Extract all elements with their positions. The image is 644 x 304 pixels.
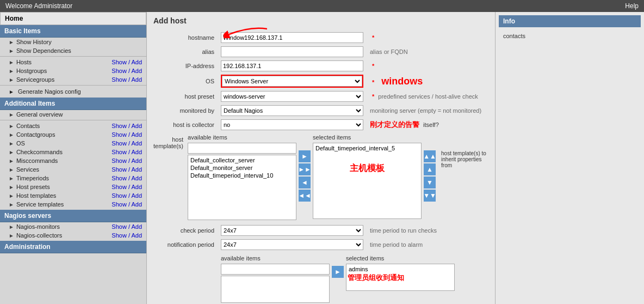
- sidebar-show-history[interactable]: ► Show History: [0, 38, 146, 46]
- services-show-add[interactable]: Show / Add: [112, 166, 142, 173]
- sidebar-basic-items-section: Basic Items ► Show History ► Show Depend…: [0, 25, 146, 96]
- period-section: check period 24x7 time period to run che…: [153, 223, 488, 252]
- sidebar-nagios-monitors[interactable]: ► Nagios-monitors Show / Add: [0, 222, 146, 231]
- checkcommands-show-add[interactable]: Show / Add: [112, 149, 142, 155]
- help-button[interactable]: Help: [625, 2, 639, 10]
- selected-items-box: selected items Default_timeperiod_interv…: [313, 134, 422, 219]
- sidebar-host-presets[interactable]: ► Host presets Show / Add: [0, 183, 146, 191]
- sidebar-contactgroups[interactable]: ► Contactgroups Show / Add: [0, 130, 146, 139]
- monitored-by-hint: monitoring server (empty = not monitored…: [366, 104, 488, 118]
- move-all-left-button[interactable]: ◄◄: [299, 190, 311, 202]
- os-show-add[interactable]: Show / Add: [112, 140, 142, 147]
- sidebar-administration-section: Administration: [0, 241, 146, 253]
- move-down-button[interactable]: ▼: [424, 177, 436, 189]
- service-templates-show-add[interactable]: Show / Add: [112, 201, 142, 208]
- ip-label: IP-address: [153, 59, 219, 73]
- sidebar-timeperiods[interactable]: ► Timeperiods Show / Add: [0, 174, 146, 183]
- chevron-right-icon: ►: [9, 233, 14, 239]
- chevron-right-icon: ►: [9, 184, 14, 190]
- sidebar-service-templates[interactable]: ► Service templates Show / Add: [0, 200, 146, 209]
- misccommands-show-add[interactable]: Show / Add: [112, 157, 142, 164]
- sidebar-hostgroups[interactable]: ► Hostgroups Show / Add: [0, 66, 146, 75]
- alias-hint: alias or FQDN: [366, 45, 488, 59]
- required-star: *: [372, 79, 374, 86]
- host-preset-select[interactable]: windows-server: [221, 91, 363, 102]
- monitored-by-select[interactable]: Default Nagios: [221, 105, 363, 116]
- chevron-right-icon: ►: [9, 167, 14, 173]
- host-presets-show-add[interactable]: Show / Add: [112, 184, 142, 190]
- timeperiods-show-add[interactable]: Show / Add: [112, 175, 142, 181]
- host-preset-hint: predefined services / host-alive check: [378, 93, 478, 100]
- sidebar-generate-nagios[interactable]: ► Generate Nagios config: [0, 87, 146, 96]
- divider: [0, 120, 146, 120]
- chevron-right-icon: ►: [9, 59, 14, 65]
- main-content: Add host hostname *: [147, 12, 495, 304]
- divider: [0, 85, 146, 86]
- list-item: Default_timeperiod_interval_10: [189, 172, 295, 179]
- sidebar-servicegroups[interactable]: ► Servicegroups Show / Add: [0, 75, 146, 84]
- sidebar-hosts[interactable]: ► Hosts Show / Add: [0, 58, 146, 66]
- notification-period-input-cell: 24x7: [219, 238, 366, 252]
- sidebar-checkcommands[interactable]: ► Checkcommands Show / Add: [0, 148, 146, 156]
- list-item: Default_timeperiod_interval_5: [314, 144, 420, 152]
- sidebar-home[interactable]: Home: [0, 12, 146, 25]
- available-items2-search[interactable]: [221, 264, 330, 275]
- os-select[interactable]: Windows Server Linux Other: [222, 76, 362, 87]
- move-right-button[interactable]: ►: [299, 150, 311, 162]
- move-bottom-button[interactable]: ▼▼: [424, 190, 436, 202]
- hosts-show-add[interactable]: Show / Add: [112, 59, 142, 65]
- chevron-right-icon: ►: [9, 68, 14, 74]
- available-items2-box: available items: [221, 255, 330, 303]
- move-up-button[interactable]: ▲: [424, 163, 436, 175]
- host-is-collector-label: host is collector: [153, 118, 219, 132]
- nagios-monitors-show-add[interactable]: Show / Add: [112, 223, 142, 230]
- sidebar: Home Basic Items ► Show History ► Show D…: [0, 12, 147, 304]
- nagios-collectors-show-add[interactable]: Show / Add: [112, 232, 142, 239]
- selected-items-list[interactable]: Default_timeperiod_interval_5 主机模板: [313, 143, 422, 219]
- selected-items2-label: selected items: [346, 255, 455, 262]
- host-templates-label: host template(s): [153, 134, 188, 149]
- transfer-buttons: ► ►► ◄ ◄◄: [299, 134, 311, 202]
- chevron-right-icon: ►: [9, 77, 14, 83]
- sidebar-misccommands[interactable]: ► Misccommands Show / Add: [0, 156, 146, 165]
- ip-input[interactable]: [221, 60, 363, 71]
- selected-items2-list[interactable]: admins 管理员组收到通知: [346, 264, 455, 291]
- notification-period-label: notification period: [153, 238, 219, 252]
- hostgroups-show-add[interactable]: Show / Add: [112, 68, 142, 74]
- windows-annotation: windows: [381, 76, 423, 87]
- sidebar-services[interactable]: ► Services Show / Add: [0, 165, 146, 174]
- itself-text: itself?: [423, 121, 439, 128]
- top-bar-title: Welcome Administrator: [5, 2, 72, 10]
- host-is-collector-select[interactable]: no: [221, 119, 363, 130]
- chinese-alert-annotation: 刚才定义的告警: [370, 120, 419, 129]
- host-templates-show-add[interactable]: Show / Add: [112, 192, 142, 199]
- sidebar-os[interactable]: ► OS Show / Add: [0, 139, 146, 148]
- hostname-input[interactable]: [221, 32, 363, 43]
- alias-row: alias alias or FQDN: [153, 45, 488, 59]
- contacts-show-add[interactable]: Show / Add: [112, 123, 142, 129]
- move-top-button[interactable]: ▲▲: [424, 150, 436, 162]
- sidebar-show-dependencies[interactable]: ► Show Dependencies: [0, 46, 146, 55]
- servicegroups-show-add[interactable]: Show / Add: [112, 76, 142, 83]
- contactgroups-show-add[interactable]: Show / Add: [112, 131, 142, 138]
- sidebar-host-templates[interactable]: ► Host templates Show / Add: [0, 191, 146, 200]
- notification-period-select[interactable]: 24x7: [221, 239, 363, 250]
- move-all-right-button[interactable]: ►►: [299, 163, 311, 175]
- move-left-button[interactable]: ◄: [299, 177, 311, 189]
- available-items-search[interactable]: [188, 143, 296, 154]
- check-period-select[interactable]: 24x7: [221, 225, 363, 236]
- available-items-list[interactable]: Default_collector_server Default_monitor…: [188, 155, 296, 220]
- check-period-hint: time period to run checks: [366, 223, 488, 238]
- list-item: Default_collector_server: [189, 156, 295, 164]
- move-right-button2[interactable]: ►: [332, 266, 344, 278]
- available-items2-list[interactable]: [221, 276, 330, 303]
- alias-input[interactable]: [221, 46, 363, 57]
- chevron-right-icon: ►: [9, 158, 14, 164]
- sidebar-nagios-collectors[interactable]: ► Nagios-collectors Show / Add: [0, 231, 146, 240]
- info-contacts: contacts: [499, 31, 641, 41]
- sidebar-general-overview[interactable]: ► General overview: [0, 110, 146, 119]
- sidebar-contacts[interactable]: ► Contacts Show / Add: [0, 121, 146, 130]
- hostname-input-cell: [219, 31, 366, 45]
- check-period-input-cell: 24x7: [219, 223, 366, 238]
- ip-input-cell: [219, 59, 366, 73]
